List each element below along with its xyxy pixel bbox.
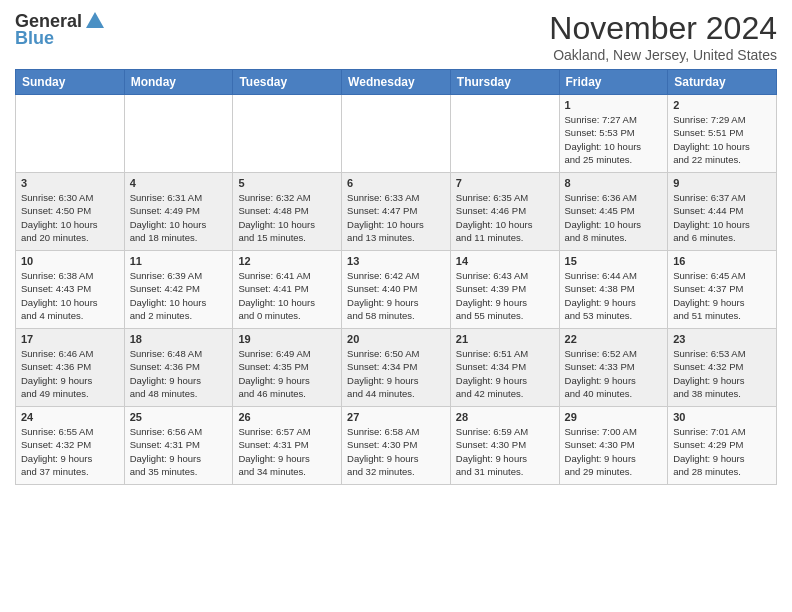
week-row-1: 1Sunrise: 7:27 AM Sunset: 5:53 PM Daylig… bbox=[16, 95, 777, 173]
day-info: Sunrise: 6:39 AM Sunset: 4:42 PM Dayligh… bbox=[130, 269, 228, 322]
week-row-3: 10Sunrise: 6:38 AM Sunset: 4:43 PM Dayli… bbox=[16, 251, 777, 329]
day-number: 3 bbox=[21, 177, 119, 189]
day-number: 23 bbox=[673, 333, 771, 345]
day-info: Sunrise: 6:42 AM Sunset: 4:40 PM Dayligh… bbox=[347, 269, 445, 322]
day-info: Sunrise: 6:43 AM Sunset: 4:39 PM Dayligh… bbox=[456, 269, 554, 322]
day-number: 28 bbox=[456, 411, 554, 423]
location: Oakland, New Jersey, United States bbox=[549, 47, 777, 63]
day-info: Sunrise: 7:00 AM Sunset: 4:30 PM Dayligh… bbox=[565, 425, 663, 478]
col-header-wednesday: Wednesday bbox=[342, 70, 451, 95]
day-info: Sunrise: 6:44 AM Sunset: 4:38 PM Dayligh… bbox=[565, 269, 663, 322]
day-number: 20 bbox=[347, 333, 445, 345]
month-title: November 2024 bbox=[549, 10, 777, 47]
day-number: 18 bbox=[130, 333, 228, 345]
calendar-table: SundayMondayTuesdayWednesdayThursdayFrid… bbox=[15, 69, 777, 485]
day-info: Sunrise: 6:48 AM Sunset: 4:36 PM Dayligh… bbox=[130, 347, 228, 400]
day-cell: 1Sunrise: 7:27 AM Sunset: 5:53 PM Daylig… bbox=[559, 95, 668, 173]
day-number: 16 bbox=[673, 255, 771, 267]
day-info: Sunrise: 6:53 AM Sunset: 4:32 PM Dayligh… bbox=[673, 347, 771, 400]
title-area: November 2024 Oakland, New Jersey, Unite… bbox=[549, 10, 777, 63]
day-cell: 10Sunrise: 6:38 AM Sunset: 4:43 PM Dayli… bbox=[16, 251, 125, 329]
day-cell: 29Sunrise: 7:00 AM Sunset: 4:30 PM Dayli… bbox=[559, 407, 668, 485]
day-number: 9 bbox=[673, 177, 771, 189]
header-row: SundayMondayTuesdayWednesdayThursdayFrid… bbox=[16, 70, 777, 95]
logo-blue-text: Blue bbox=[15, 28, 54, 49]
logo-icon bbox=[84, 10, 106, 32]
day-number: 7 bbox=[456, 177, 554, 189]
day-cell: 7Sunrise: 6:35 AM Sunset: 4:46 PM Daylig… bbox=[450, 173, 559, 251]
day-cell: 23Sunrise: 6:53 AM Sunset: 4:32 PM Dayli… bbox=[668, 329, 777, 407]
day-number: 27 bbox=[347, 411, 445, 423]
day-cell: 21Sunrise: 6:51 AM Sunset: 4:34 PM Dayli… bbox=[450, 329, 559, 407]
col-header-friday: Friday bbox=[559, 70, 668, 95]
svg-marker-0 bbox=[86, 12, 104, 28]
day-number: 19 bbox=[238, 333, 336, 345]
day-info: Sunrise: 6:59 AM Sunset: 4:30 PM Dayligh… bbox=[456, 425, 554, 478]
day-info: Sunrise: 6:58 AM Sunset: 4:30 PM Dayligh… bbox=[347, 425, 445, 478]
logo: General Blue bbox=[15, 10, 106, 49]
day-cell: 20Sunrise: 6:50 AM Sunset: 4:34 PM Dayli… bbox=[342, 329, 451, 407]
col-header-saturday: Saturday bbox=[668, 70, 777, 95]
day-number: 4 bbox=[130, 177, 228, 189]
day-cell bbox=[342, 95, 451, 173]
day-cell: 16Sunrise: 6:45 AM Sunset: 4:37 PM Dayli… bbox=[668, 251, 777, 329]
day-number: 17 bbox=[21, 333, 119, 345]
week-row-5: 24Sunrise: 6:55 AM Sunset: 4:32 PM Dayli… bbox=[16, 407, 777, 485]
day-number: 15 bbox=[565, 255, 663, 267]
day-info: Sunrise: 7:27 AM Sunset: 5:53 PM Dayligh… bbox=[565, 113, 663, 166]
day-cell: 26Sunrise: 6:57 AM Sunset: 4:31 PM Dayli… bbox=[233, 407, 342, 485]
day-info: Sunrise: 6:52 AM Sunset: 4:33 PM Dayligh… bbox=[565, 347, 663, 400]
day-cell: 13Sunrise: 6:42 AM Sunset: 4:40 PM Dayli… bbox=[342, 251, 451, 329]
day-cell: 8Sunrise: 6:36 AM Sunset: 4:45 PM Daylig… bbox=[559, 173, 668, 251]
day-cell: 27Sunrise: 6:58 AM Sunset: 4:30 PM Dayli… bbox=[342, 407, 451, 485]
day-cell bbox=[450, 95, 559, 173]
day-cell: 4Sunrise: 6:31 AM Sunset: 4:49 PM Daylig… bbox=[124, 173, 233, 251]
day-info: Sunrise: 6:33 AM Sunset: 4:47 PM Dayligh… bbox=[347, 191, 445, 244]
day-cell: 24Sunrise: 6:55 AM Sunset: 4:32 PM Dayli… bbox=[16, 407, 125, 485]
col-header-thursday: Thursday bbox=[450, 70, 559, 95]
day-cell: 6Sunrise: 6:33 AM Sunset: 4:47 PM Daylig… bbox=[342, 173, 451, 251]
day-number: 11 bbox=[130, 255, 228, 267]
day-cell: 2Sunrise: 7:29 AM Sunset: 5:51 PM Daylig… bbox=[668, 95, 777, 173]
day-cell: 14Sunrise: 6:43 AM Sunset: 4:39 PM Dayli… bbox=[450, 251, 559, 329]
day-number: 8 bbox=[565, 177, 663, 189]
day-number: 21 bbox=[456, 333, 554, 345]
day-cell bbox=[124, 95, 233, 173]
day-number: 10 bbox=[21, 255, 119, 267]
page: General Blue November 2024 Oakland, New … bbox=[0, 0, 792, 495]
day-cell bbox=[16, 95, 125, 173]
col-header-monday: Monday bbox=[124, 70, 233, 95]
day-number: 14 bbox=[456, 255, 554, 267]
day-info: Sunrise: 6:46 AM Sunset: 4:36 PM Dayligh… bbox=[21, 347, 119, 400]
day-cell: 12Sunrise: 6:41 AM Sunset: 4:41 PM Dayli… bbox=[233, 251, 342, 329]
day-cell: 15Sunrise: 6:44 AM Sunset: 4:38 PM Dayli… bbox=[559, 251, 668, 329]
day-cell: 5Sunrise: 6:32 AM Sunset: 4:48 PM Daylig… bbox=[233, 173, 342, 251]
day-number: 2 bbox=[673, 99, 771, 111]
col-header-tuesday: Tuesday bbox=[233, 70, 342, 95]
day-cell: 19Sunrise: 6:49 AM Sunset: 4:35 PM Dayli… bbox=[233, 329, 342, 407]
day-info: Sunrise: 6:55 AM Sunset: 4:32 PM Dayligh… bbox=[21, 425, 119, 478]
header: General Blue November 2024 Oakland, New … bbox=[15, 10, 777, 63]
day-info: Sunrise: 6:45 AM Sunset: 4:37 PM Dayligh… bbox=[673, 269, 771, 322]
day-cell: 30Sunrise: 7:01 AM Sunset: 4:29 PM Dayli… bbox=[668, 407, 777, 485]
day-info: Sunrise: 6:50 AM Sunset: 4:34 PM Dayligh… bbox=[347, 347, 445, 400]
day-number: 6 bbox=[347, 177, 445, 189]
week-row-2: 3Sunrise: 6:30 AM Sunset: 4:50 PM Daylig… bbox=[16, 173, 777, 251]
day-cell: 22Sunrise: 6:52 AM Sunset: 4:33 PM Dayli… bbox=[559, 329, 668, 407]
day-info: Sunrise: 6:32 AM Sunset: 4:48 PM Dayligh… bbox=[238, 191, 336, 244]
day-number: 22 bbox=[565, 333, 663, 345]
day-cell: 28Sunrise: 6:59 AM Sunset: 4:30 PM Dayli… bbox=[450, 407, 559, 485]
day-number: 5 bbox=[238, 177, 336, 189]
day-cell: 3Sunrise: 6:30 AM Sunset: 4:50 PM Daylig… bbox=[16, 173, 125, 251]
day-number: 26 bbox=[238, 411, 336, 423]
day-info: Sunrise: 6:35 AM Sunset: 4:46 PM Dayligh… bbox=[456, 191, 554, 244]
day-info: Sunrise: 6:41 AM Sunset: 4:41 PM Dayligh… bbox=[238, 269, 336, 322]
day-info: Sunrise: 6:56 AM Sunset: 4:31 PM Dayligh… bbox=[130, 425, 228, 478]
week-row-4: 17Sunrise: 6:46 AM Sunset: 4:36 PM Dayli… bbox=[16, 329, 777, 407]
col-header-sunday: Sunday bbox=[16, 70, 125, 95]
day-number: 25 bbox=[130, 411, 228, 423]
day-info: Sunrise: 6:30 AM Sunset: 4:50 PM Dayligh… bbox=[21, 191, 119, 244]
day-cell: 11Sunrise: 6:39 AM Sunset: 4:42 PM Dayli… bbox=[124, 251, 233, 329]
day-info: Sunrise: 6:49 AM Sunset: 4:35 PM Dayligh… bbox=[238, 347, 336, 400]
day-cell: 18Sunrise: 6:48 AM Sunset: 4:36 PM Dayli… bbox=[124, 329, 233, 407]
